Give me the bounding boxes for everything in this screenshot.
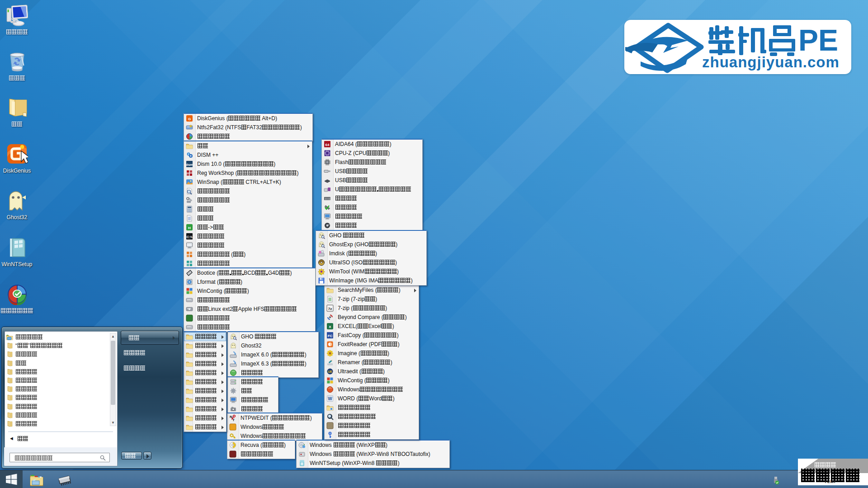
svg-text:UE: UE [328, 370, 332, 373]
svg-text:X: X [329, 325, 331, 329]
svg-text:7z: 7z [328, 307, 332, 311]
svg-text:H: H [188, 226, 191, 230]
svg-text:C:\\: C:\\ [187, 235, 193, 239]
svg-text:W: W [328, 396, 332, 401]
svg-text:dsm: dsm [186, 163, 193, 167]
svg-text:zhuangjiyuan.com: zhuangjiyuan.com [702, 54, 840, 70]
svg-text:G: G [188, 117, 191, 121]
svg-text:64: 64 [326, 143, 330, 147]
svg-text:FC: FC [328, 334, 333, 338]
svg-text:PE: PE [798, 23, 838, 57]
